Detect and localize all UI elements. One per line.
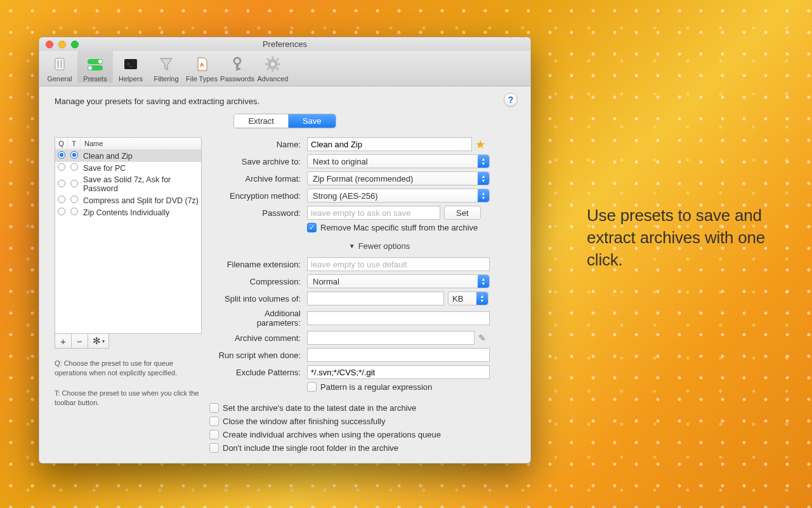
split-unit-select[interactable]: KB ▲▼ bbox=[448, 291, 488, 305]
pencil-icon[interactable]: ✎ bbox=[478, 333, 486, 343]
tab-label: File Types bbox=[184, 75, 219, 83]
individual-archives-checkbox[interactable]: Create individual archives when using th… bbox=[209, 430, 515, 439]
checkbox-label: Create individual archives when using th… bbox=[223, 430, 441, 439]
tab-presets[interactable]: Presets bbox=[77, 51, 113, 83]
encryption-select[interactable]: Strong (AES-256) ▲▼ bbox=[307, 189, 490, 203]
tab-passwords[interactable]: Passwords bbox=[219, 51, 255, 83]
extension-field[interactable] bbox=[307, 257, 490, 271]
gear-icon bbox=[255, 53, 291, 75]
label-extension: Filename extension: bbox=[218, 260, 307, 269]
checkbox-label: Remove Mac specific stuff from the archi… bbox=[320, 223, 478, 232]
col-q[interactable]: Q bbox=[55, 138, 68, 149]
script-field[interactable] bbox=[307, 348, 490, 362]
table-row[interactable]: Zip Contents Individually bbox=[55, 206, 201, 218]
toolbar: General Presets >_ Helpers Filtering A F… bbox=[39, 51, 530, 86]
q-radio[interactable] bbox=[55, 196, 68, 205]
fewer-options-toggle[interactable]: ▼ Fewer options bbox=[218, 241, 515, 251]
titlebar: Preferences bbox=[39, 37, 530, 51]
remove-preset-button[interactable]: − bbox=[72, 334, 88, 348]
note-q: Q: Choose the preset to use for queue op… bbox=[55, 359, 202, 378]
tab-general[interactable]: General bbox=[42, 51, 77, 83]
archive-date-checkbox[interactable]: Set the archive's date to the latest dat… bbox=[209, 403, 515, 413]
no-root-checkbox[interactable]: Don't include the single root folder in … bbox=[209, 443, 515, 453]
remove-mac-checkbox[interactable]: ✓ Remove Mac specific stuff from the arc… bbox=[307, 223, 478, 232]
t-radio[interactable] bbox=[68, 208, 81, 217]
format-select[interactable]: Zip Format (recommended) ▲▼ bbox=[307, 171, 490, 185]
chevron-down-icon: ▾ bbox=[102, 338, 105, 344]
note-t: T: Choose the preset to use when you cli… bbox=[55, 389, 202, 408]
preset-name: Zip Contents Individually bbox=[81, 208, 201, 217]
table-row[interactable]: Save as Solid 7z, Ask for Password bbox=[55, 174, 201, 194]
disclosure-label: Fewer options bbox=[358, 241, 410, 251]
preset-name: Clean and Zip bbox=[81, 152, 201, 161]
q-radio[interactable] bbox=[55, 163, 68, 173]
col-t[interactable]: T bbox=[68, 138, 81, 149]
comment-field[interactable] bbox=[307, 331, 475, 345]
tab-advanced[interactable]: Advanced bbox=[255, 51, 291, 83]
checkbox-label: Set the archive's date to the latest dat… bbox=[223, 403, 416, 413]
select-value: Zip Format (recommended) bbox=[313, 174, 413, 184]
q-radio[interactable] bbox=[55, 180, 68, 189]
params-field[interactable] bbox=[307, 311, 490, 325]
table-row[interactable]: Compress and Split for DVD (7z) bbox=[55, 194, 201, 206]
save-to-select[interactable]: Next to original ▲▼ bbox=[307, 154, 490, 168]
svg-point-14 bbox=[271, 62, 275, 66]
name-field[interactable] bbox=[307, 137, 472, 151]
set-button[interactable]: Set bbox=[444, 206, 481, 220]
label-password: Password: bbox=[218, 208, 307, 218]
t-radio[interactable] bbox=[68, 151, 81, 161]
tab-file-types[interactable]: A File Types bbox=[184, 51, 219, 83]
tab-filtering[interactable]: Filtering bbox=[148, 51, 184, 83]
t-radio[interactable] bbox=[68, 163, 81, 173]
label-params: Additional parameters: bbox=[218, 309, 307, 328]
svg-line-19 bbox=[267, 58, 269, 60]
preset-name: Save for PC bbox=[81, 164, 201, 173]
svg-point-10 bbox=[234, 58, 240, 64]
preset-name: Save as Solid 7z, Ask for Password bbox=[81, 175, 201, 193]
svg-text:>_: >_ bbox=[127, 62, 132, 67]
table-row[interactable]: Save for PC bbox=[55, 162, 201, 174]
label-script: Run script when done: bbox=[218, 351, 307, 360]
t-radio[interactable] bbox=[68, 196, 81, 205]
checkbox-label: Don't include the single root folder in … bbox=[223, 443, 398, 453]
segment-extract[interactable]: Extract bbox=[234, 114, 287, 128]
svg-rect-12 bbox=[236, 68, 240, 70]
updown-icon: ▲▼ bbox=[478, 155, 489, 168]
preset-name: Compress and Split for DVD (7z) bbox=[81, 196, 201, 205]
help-button[interactable]: ? bbox=[504, 93, 518, 107]
checkbox-icon: ✓ bbox=[307, 223, 317, 232]
table-row[interactable]: Clean and Zip bbox=[55, 150, 201, 162]
toggle-icon bbox=[77, 53, 113, 75]
table-header: Q T Name bbox=[55, 138, 201, 150]
compression-select[interactable]: Normal ▲▼ bbox=[307, 274, 490, 288]
disclosure-triangle-icon: ▼ bbox=[349, 243, 355, 250]
select-value: KB bbox=[452, 294, 463, 304]
password-field[interactable] bbox=[307, 206, 440, 220]
preset-action-menu[interactable]: ✻▾ bbox=[88, 334, 108, 348]
exclude-field[interactable] bbox=[307, 365, 490, 379]
updown-icon: ▲▼ bbox=[478, 172, 489, 185]
tab-label: Helpers bbox=[113, 75, 148, 83]
tab-helpers[interactable]: >_ Helpers bbox=[113, 51, 148, 83]
checkbox-icon bbox=[209, 443, 219, 453]
tab-label: Filtering bbox=[148, 75, 184, 83]
star-icon[interactable]: ★ bbox=[476, 138, 485, 150]
select-value: Strong (AES-256) bbox=[313, 191, 378, 201]
split-size-field[interactable] bbox=[307, 291, 444, 305]
add-preset-button[interactable]: + bbox=[55, 334, 72, 348]
q-radio[interactable] bbox=[55, 208, 68, 217]
checkbox-icon bbox=[307, 382, 317, 392]
segment-save[interactable]: Save bbox=[288, 114, 336, 128]
q-radio[interactable] bbox=[55, 151, 68, 161]
svg-line-22 bbox=[277, 58, 278, 60]
funnel-icon bbox=[148, 53, 184, 75]
close-window-checkbox[interactable]: Close the window after finishing success… bbox=[209, 417, 515, 426]
key-icon bbox=[219, 53, 255, 75]
preset-table: Q T Name Clean and Zip Save bbox=[55, 137, 202, 334]
col-name[interactable]: Name bbox=[81, 138, 201, 149]
label-encryption: Encryption method: bbox=[218, 191, 307, 201]
regex-checkbox[interactable]: Pattern is a regular expression bbox=[307, 382, 432, 392]
t-radio[interactable] bbox=[68, 180, 81, 189]
svg-rect-1 bbox=[57, 60, 59, 68]
tab-label: General bbox=[42, 75, 77, 83]
